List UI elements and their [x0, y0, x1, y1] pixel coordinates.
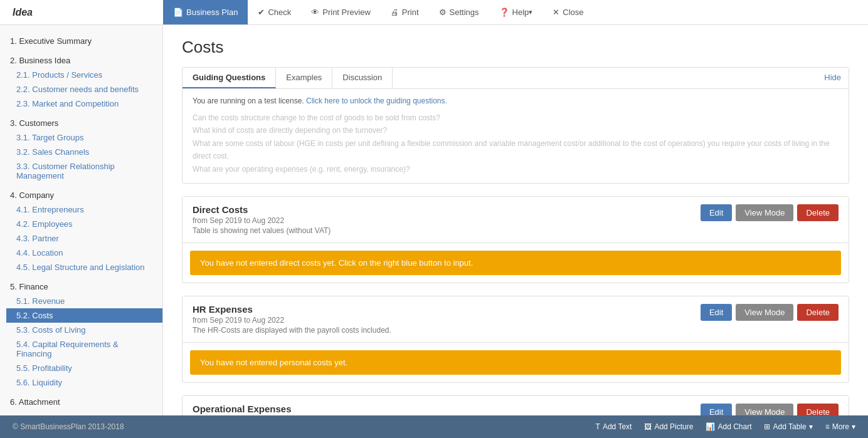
close-icon: ✕: [553, 8, 559, 17]
sidebar-section-business-idea: 2. Business Idea2.1. Products / Services…: [0, 51, 162, 113]
sidebar-item-customers[interactable]: 3. Customers: [0, 116, 162, 130]
page-title: Costs: [182, 38, 849, 57]
settings-icon: ⚙: [439, 8, 447, 17]
section-title-direct-costs: Direct Costs: [193, 204, 691, 215]
section-operational-expenses: Operational ExpensesEditView ModeDelete: [182, 395, 849, 415]
delete-button-direct-costs[interactable]: Delete: [797, 204, 839, 221]
delete-button-hr-expenses[interactable]: Delete: [797, 304, 839, 321]
print-preview-icon: 👁: [311, 8, 319, 17]
alert-direct-costs: You have not entered direct costs yet. C…: [190, 251, 841, 275]
view-mode-button-hr-expenses[interactable]: View Mode: [736, 304, 793, 321]
sidebar-item-employees[interactable]: 4.2. Employees: [6, 217, 162, 231]
sidebar-section-customers: 3. Customers3.1. Target Groups3.2. Sales…: [0, 113, 162, 185]
help-icon: ❓: [499, 8, 509, 17]
sidebar-section-finance: 5. Finance5.1. Revenue5.2. Costs5.3. Cos…: [0, 277, 162, 392]
nav-tab-print-preview[interactable]: 👁Print Preview: [301, 0, 381, 24]
sidebar-section-executive-summary: 1. Executive Summary: [0, 31, 162, 51]
sidebar-section-attachment: 6. Attachment: [0, 392, 162, 412]
edit-button-operational-expenses[interactable]: Edit: [701, 404, 732, 415]
blurred-content: Can the costs structure change to the co…: [193, 112, 839, 175]
unlock-link[interactable]: Click here to unlock the guiding questio…: [306, 96, 447, 105]
section-note-direct-costs: Table is showing net values (without VAT…: [193, 226, 691, 235]
sidebar-item-attachment[interactable]: 6. Attachment: [0, 395, 162, 409]
section-hr-expenses: HR Expensesfrom Sep 2019 to Aug 2022The …: [182, 296, 849, 383]
section-header-hr-expenses: HR Expensesfrom Sep 2019 to Aug 2022The …: [183, 296, 849, 343]
info-tab-examples[interactable]: Examples: [276, 68, 332, 88]
section-info-hr-expenses: HR Expensesfrom Sep 2019 to Aug 2022The …: [193, 304, 691, 335]
sidebar-item-products-services[interactable]: 2.1. Products / Services: [6, 68, 162, 82]
sidebar-item-costs[interactable]: 5.2. Costs: [6, 308, 162, 323]
info-tab-discussion[interactable]: Discussion: [332, 68, 393, 88]
info-box-body: You are running on a test license. Click…: [183, 89, 849, 183]
nav-tab-help[interactable]: ❓Help: [489, 0, 543, 24]
view-mode-button-direct-costs[interactable]: View Mode: [736, 204, 793, 221]
section-actions-hr-expenses: EditView ModeDelete: [701, 304, 839, 321]
sidebar-item-profitability[interactable]: 5.5. Profitability: [6, 361, 162, 375]
section-info-operational-expenses: Operational Expenses: [193, 404, 691, 414]
print-icon: 🖨: [391, 8, 399, 17]
sidebar-item-customer-needs[interactable]: 2.2. Customer needs and benefits: [6, 82, 162, 96]
section-header-direct-costs: Direct Costsfrom Sep 2019 to Aug 2022Tab…: [183, 197, 849, 243]
sidebar-sub-finance: 5.1. Revenue5.2. Costs5.3. Costs of Livi…: [0, 294, 162, 390]
info-box-header: Guiding QuestionsExamplesDiscussionHide: [183, 68, 849, 89]
sidebar-item-company[interactable]: 4. Company: [0, 188, 162, 202]
section-actions-operational-expenses: EditView ModeDelete: [701, 404, 839, 415]
brand-logo: Idea: [0, 7, 163, 18]
main-content: Costs Guiding QuestionsExamplesDiscussio…: [163, 25, 868, 415]
nav-tabs: 📄Business Plan✔Check👁Print Preview🖨Print…: [163, 0, 594, 24]
info-box: Guiding QuestionsExamplesDiscussionHide …: [182, 67, 849, 184]
business-plan-icon: 📄: [173, 8, 183, 17]
edit-button-direct-costs[interactable]: Edit: [701, 204, 732, 221]
section-actions-direct-costs: EditView ModeDelete: [701, 204, 839, 221]
sidebar-item-crm[interactable]: 3.3. Customer Relationship Management: [6, 159, 162, 183]
section-daterange-hr-expenses: from Sep 2019 to Aug 2022: [193, 316, 691, 325]
sidebar: 1. Executive Summary2. Business Idea2.1.…: [0, 25, 163, 415]
sidebar-item-location[interactable]: 4.4. Location: [6, 246, 162, 260]
section-info-direct-costs: Direct Costsfrom Sep 2019 to Aug 2022Tab…: [193, 204, 691, 235]
nav-tab-print[interactable]: 🖨Print: [381, 0, 429, 24]
sidebar-item-business-idea[interactable]: 2. Business Idea: [0, 53, 162, 68]
sidebar-item-liquidity[interactable]: 5.6. Liquidity: [6, 375, 162, 390]
section-title-operational-expenses: Operational Expenses: [193, 404, 691, 414]
alert-hr-expenses: You have not entered personal costs yet.: [190, 350, 841, 375]
sidebar-item-executive-summary[interactable]: 1. Executive Summary: [0, 34, 162, 48]
sidebar-item-target-groups[interactable]: 3.1. Target Groups: [6, 130, 162, 145]
sidebar-item-legal-structure[interactable]: 4.5. Legal Structure and Legislation: [6, 260, 162, 274]
sidebar-item-costs-of-living[interactable]: 5.3. Costs of Living: [6, 323, 162, 337]
info-tab-guiding-questions[interactable]: Guiding Questions: [183, 68, 276, 88]
nav-tab-settings[interactable]: ⚙Settings: [429, 0, 489, 24]
sidebar-sub-company: 4.1. Entrepreneurs4.2. Employees4.3. Par…: [0, 202, 162, 274]
check-icon: ✔: [258, 8, 265, 17]
sidebar-item-partner[interactable]: 4.3. Partner: [6, 231, 162, 246]
sidebar-item-revenue[interactable]: 5.1. Revenue: [6, 294, 162, 308]
section-daterange-direct-costs: from Sep 2019 to Aug 2022: [193, 216, 691, 225]
section-note-hr-expenses: The HR-Costs are displayed with the payr…: [193, 326, 691, 335]
top-navigation: Idea 📄Business Plan✔Check👁Print Preview🖨…: [0, 0, 868, 25]
sidebar-item-market-competition[interactable]: 2.3. Market and Competition: [6, 96, 162, 111]
sidebar-section-company: 4. Company4.1. Entrepreneurs4.2. Employe…: [0, 185, 162, 277]
hide-button[interactable]: Hide: [817, 68, 849, 88]
nav-tab-close[interactable]: ✕Close: [542, 0, 593, 24]
view-mode-button-operational-expenses[interactable]: View Mode: [736, 404, 793, 415]
license-note: You are running on a test license. Click…: [193, 96, 839, 105]
sidebar-item-capital-requirements[interactable]: 5.4. Capital Requirements & Financing: [6, 337, 162, 361]
sidebar-item-sales-channels[interactable]: 3.2. Sales Channels: [6, 145, 162, 159]
sidebar-item-finance[interactable]: 5. Finance: [0, 279, 162, 294]
edit-button-hr-expenses[interactable]: Edit: [701, 304, 732, 321]
delete-button-operational-expenses[interactable]: Delete: [797, 404, 839, 415]
section-title-hr-expenses: HR Expenses: [193, 304, 691, 315]
nav-tab-check[interactable]: ✔Check: [248, 0, 301, 24]
sections-container: Direct Costsfrom Sep 2019 to Aug 2022Tab…: [182, 196, 849, 415]
sidebar-sub-customers: 3.1. Target Groups3.2. Sales Channels3.3…: [0, 130, 162, 183]
section-header-operational-expenses: Operational ExpensesEditView ModeDelete: [183, 396, 849, 415]
sidebar-item-entrepreneurs[interactable]: 4.1. Entrepreneurs: [6, 202, 162, 217]
main-layout: 1. Executive Summary2. Business Idea2.1.…: [0, 25, 868, 415]
nav-tab-business-plan[interactable]: 📄Business Plan: [163, 0, 248, 24]
section-direct-costs: Direct Costsfrom Sep 2019 to Aug 2022Tab…: [182, 196, 849, 283]
sidebar-sub-business-idea: 2.1. Products / Services2.2. Customer ne…: [0, 68, 162, 111]
